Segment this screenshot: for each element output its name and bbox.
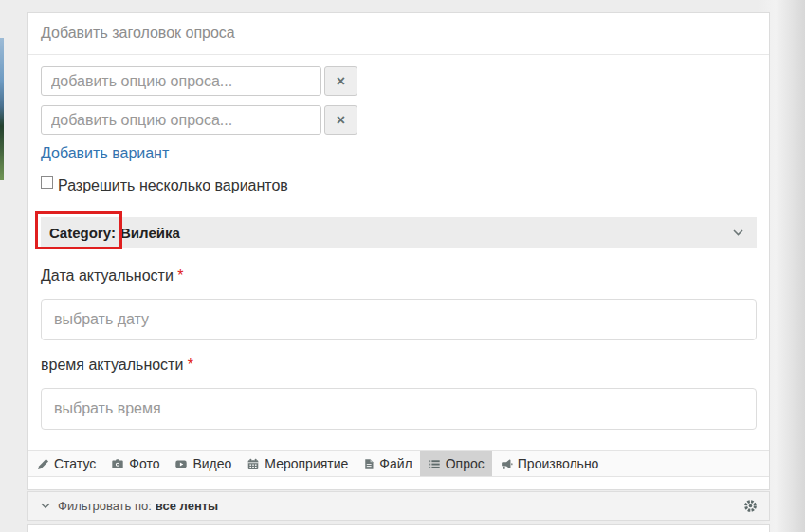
tab-file[interactable]: Файл [356, 451, 419, 476]
allow-multiple-label: Разрешить несколько вариантов [58, 175, 288, 194]
gear-icon[interactable] [741, 497, 759, 515]
required-mark: * [177, 267, 183, 284]
file-icon [363, 458, 379, 470]
required-mark: * [188, 357, 193, 373]
tab-video[interactable]: Видео [167, 451, 239, 476]
category-label: Category: [49, 225, 116, 241]
tab-label: Фото [129, 456, 159, 471]
time-field-label: время актуальности * [41, 357, 757, 374]
filter-label: Фильтровать по: [58, 499, 152, 513]
filter-value: все ленты [156, 499, 218, 513]
tab-event[interactable]: Мероприятие [239, 451, 356, 476]
background-photo-edge [0, 38, 4, 180]
poll-title-input[interactable]: Добавить заголовок опроса [28, 13, 769, 55]
post-type-toolbar: Статус Фото Видео Мероприятие Файл [28, 450, 769, 477]
date-input[interactable] [41, 299, 757, 340]
poll-option-row: × [41, 105, 757, 135]
time-input[interactable] [41, 388, 757, 430]
poll-option-input-2[interactable] [41, 105, 321, 135]
tab-label: Файл [379, 456, 412, 471]
filter-bar[interactable]: Фильтровать по: все ленты [27, 491, 770, 521]
list-icon [428, 458, 446, 470]
tab-label: Произвольно [518, 456, 599, 471]
megaphone-icon [500, 458, 518, 470]
allow-multiple-checkbox[interactable] [41, 176, 53, 189]
add-option-link[interactable]: Добавить вариант [41, 145, 169, 162]
chevron-down-icon [733, 229, 743, 236]
allow-multiple-row: Разрешить несколько вариантов [41, 175, 757, 194]
tab-photo[interactable]: Фото [103, 451, 167, 476]
calendar-icon [247, 458, 265, 470]
tab-label: Опрос [446, 456, 485, 471]
video-icon [174, 458, 192, 470]
tab-poll[interactable]: Опрос [420, 451, 492, 476]
next-card-edge [27, 524, 770, 532]
tab-label: Видео [192, 456, 231, 471]
poll-composer-panel: Добавить заголовок опроса × × Добавить в… [27, 12, 770, 490]
tab-custom[interactable]: Произвольно [492, 451, 607, 476]
chevron-down-icon [41, 503, 50, 509]
tab-label: Статус [54, 456, 96, 471]
pencil-icon [37, 458, 54, 470]
category-value: Вилейка [120, 225, 180, 241]
category-dropdown[interactable]: Category: Вилейка [41, 217, 757, 248]
camera-icon [111, 458, 129, 470]
remove-option-button[interactable]: × [324, 66, 357, 96]
poll-option-input-1[interactable] [41, 66, 321, 96]
poll-composer-body: × × Добавить вариант Разрешить несколько… [28, 55, 769, 430]
tab-label: Мероприятие [265, 456, 348, 471]
date-field-label: Дата актуальности * [41, 267, 757, 284]
date-label-text: Дата актуальности [41, 267, 174, 284]
tab-status[interactable]: Статус [29, 451, 103, 476]
remove-option-button[interactable]: × [324, 105, 357, 135]
time-label-text: время актуальности [41, 357, 183, 373]
poll-option-row: × [41, 66, 757, 96]
